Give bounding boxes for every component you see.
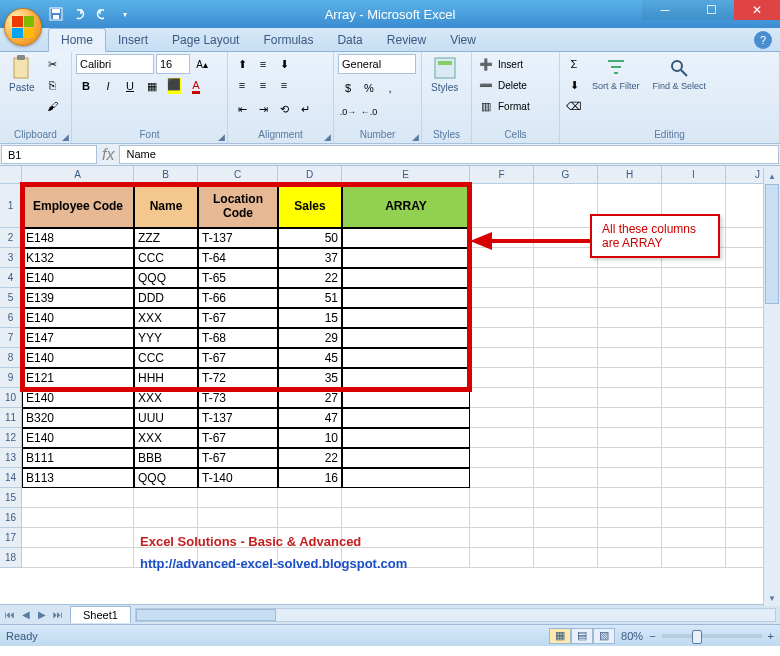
save-icon[interactable] xyxy=(45,3,67,25)
autosum-icon[interactable]: Σ xyxy=(564,54,584,74)
table-cell[interactable]: YYY xyxy=(134,328,198,348)
styles-button[interactable]: Styles xyxy=(426,54,463,95)
empty-cell[interactable] xyxy=(662,448,726,468)
row-header[interactable]: 14 xyxy=(0,468,22,488)
table-cell[interactable]: 51 xyxy=(278,288,342,308)
table-cell[interactable]: BBB xyxy=(134,448,198,468)
empty-cell[interactable] xyxy=(470,508,534,528)
empty-cell[interactable] xyxy=(662,428,726,448)
empty-cell[interactable] xyxy=(534,184,598,228)
row-header[interactable]: 18 xyxy=(0,548,22,568)
font-launcher-icon[interactable]: ◢ xyxy=(218,132,225,142)
empty-cell[interactable] xyxy=(342,508,470,528)
format-cells-icon[interactable]: ▥ xyxy=(476,96,496,116)
decrease-indent-icon[interactable]: ⇤ xyxy=(232,99,252,119)
empty-cell[interactable] xyxy=(470,548,534,568)
empty-cell[interactable] xyxy=(598,348,662,368)
table-cell[interactable]: 27 xyxy=(278,388,342,408)
empty-cell[interactable] xyxy=(278,508,342,528)
table-header-cell[interactable]: Name xyxy=(134,184,198,228)
alignment-launcher-icon[interactable]: ◢ xyxy=(324,132,331,142)
percent-icon[interactable]: % xyxy=(359,78,379,98)
table-cell[interactable]: CCC xyxy=(134,348,198,368)
empty-cell[interactable] xyxy=(22,528,134,548)
table-cell[interactable]: 10 xyxy=(278,428,342,448)
tab-page-layout[interactable]: Page Layout xyxy=(160,29,251,51)
table-cell[interactable]: T-65 xyxy=(198,268,278,288)
row-header[interactable]: 11 xyxy=(0,408,22,428)
empty-cell[interactable] xyxy=(662,548,726,568)
column-header[interactable]: G xyxy=(534,166,598,184)
column-headers[interactable]: ABCDEFGHIJ xyxy=(22,166,780,184)
empty-cell[interactable] xyxy=(534,328,598,348)
worksheet-grid[interactable]: ABCDEFGHIJ 123456789101112131415161718 E… xyxy=(0,166,780,604)
select-all-corner[interactable] xyxy=(0,166,22,184)
empty-cell[interactable] xyxy=(662,408,726,428)
empty-cell[interactable] xyxy=(598,288,662,308)
page-layout-view-icon[interactable]: ▤ xyxy=(571,628,593,644)
row-header[interactable]: 4 xyxy=(0,268,22,288)
column-header[interactable]: A xyxy=(22,166,134,184)
font-name-select[interactable] xyxy=(76,54,154,74)
empty-cell[interactable] xyxy=(198,488,278,508)
table-cell[interactable]: T-72 xyxy=(198,368,278,388)
table-cell[interactable]: 50 xyxy=(278,228,342,248)
empty-cell[interactable] xyxy=(598,528,662,548)
empty-cell[interactable] xyxy=(598,448,662,468)
currency-icon[interactable]: $ xyxy=(338,78,358,98)
table-cell[interactable]: 16 xyxy=(278,468,342,488)
font-size-select[interactable] xyxy=(156,54,190,74)
table-header-cell[interactable]: ARRAY xyxy=(342,184,470,228)
align-top-icon[interactable]: ⬆ xyxy=(232,54,252,74)
table-cell[interactable]: E139 xyxy=(22,288,134,308)
table-cell[interactable]: E148 xyxy=(22,228,134,248)
row-header[interactable]: 13 xyxy=(0,448,22,468)
wrap-text-icon[interactable]: ↵ xyxy=(295,99,315,119)
sheet-nav-first-icon[interactable]: ⏮ xyxy=(2,609,18,620)
undo-icon[interactable] xyxy=(68,3,90,25)
table-cell[interactable]: UUU xyxy=(134,408,198,428)
page-break-view-icon[interactable]: ▧ xyxy=(593,628,615,644)
sheet-nav-prev-icon[interactable]: ◀ xyxy=(18,609,34,620)
empty-cell[interactable] xyxy=(470,288,534,308)
table-cell[interactable]: T-67 xyxy=(198,448,278,468)
zoom-level[interactable]: 80% xyxy=(621,630,643,642)
table-cell[interactable]: T-137 xyxy=(198,408,278,428)
row-header[interactable]: 17 xyxy=(0,528,22,548)
table-cell[interactable] xyxy=(342,368,470,388)
tab-review[interactable]: Review xyxy=(375,29,438,51)
minimize-button[interactable]: ─ xyxy=(642,0,688,20)
table-cell[interactable]: T-67 xyxy=(198,428,278,448)
empty-cell[interactable] xyxy=(470,308,534,328)
insert-cells-icon[interactable]: ➕ xyxy=(476,54,496,74)
row-header[interactable]: 7 xyxy=(0,328,22,348)
empty-cell[interactable] xyxy=(470,488,534,508)
redo-icon[interactable] xyxy=(91,3,113,25)
empty-cell[interactable] xyxy=(534,288,598,308)
table-cell[interactable] xyxy=(342,248,470,268)
table-cell[interactable]: 29 xyxy=(278,328,342,348)
number-format-select[interactable] xyxy=(338,54,416,74)
empty-cell[interactable] xyxy=(470,448,534,468)
column-header[interactable]: H xyxy=(598,166,662,184)
empty-cell[interactable] xyxy=(470,428,534,448)
paste-button[interactable]: Paste xyxy=(4,54,40,95)
clipboard-launcher-icon[interactable]: ◢ xyxy=(62,132,69,142)
border-icon[interactable]: ▦ xyxy=(142,76,162,96)
find-select-button[interactable]: Find & Select xyxy=(648,54,712,93)
row-header[interactable]: 6 xyxy=(0,308,22,328)
table-cell[interactable]: E140 xyxy=(22,268,134,288)
empty-cell[interactable] xyxy=(598,548,662,568)
cut-icon[interactable]: ✂ xyxy=(43,54,63,74)
fill-color-icon[interactable]: ⬛ xyxy=(164,76,184,96)
empty-cell[interactable] xyxy=(598,308,662,328)
zoom-slider[interactable] xyxy=(662,634,762,638)
zoom-out-icon[interactable]: − xyxy=(649,630,655,642)
column-header[interactable]: B xyxy=(134,166,198,184)
format-painter-icon[interactable]: 🖌 xyxy=(43,96,63,116)
column-header[interactable]: I xyxy=(662,166,726,184)
empty-cell[interactable] xyxy=(534,448,598,468)
number-launcher-icon[interactable]: ◢ xyxy=(412,132,419,142)
tab-home[interactable]: Home xyxy=(48,28,106,52)
empty-cell[interactable] xyxy=(534,528,598,548)
